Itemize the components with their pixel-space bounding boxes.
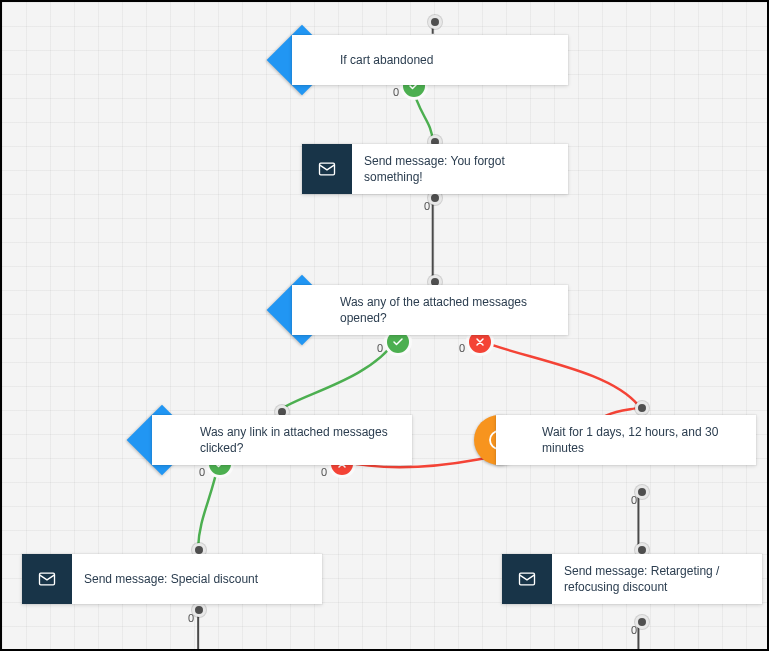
node-action-forgot-something[interactable]: Send message: You forgot something! xyxy=(302,144,568,194)
check-icon xyxy=(392,336,404,348)
x-icon xyxy=(474,336,486,348)
mail-icon xyxy=(317,159,337,179)
edge-count: 0 xyxy=(188,612,194,624)
edge-count: 0 xyxy=(424,200,430,212)
node-action-retargeting-discount[interactable]: Send message: Retargeting / refocusing d… xyxy=(502,554,762,604)
edge-count: 0 xyxy=(321,466,327,478)
mail-icon-wrap xyxy=(22,554,72,604)
node-condition-message-opened[interactable]: Was any of the attached messages opened? xyxy=(292,285,568,335)
edge-count: 0 xyxy=(631,624,637,636)
mail-icon-wrap xyxy=(502,554,552,604)
node-condition-link-clicked[interactable]: Was any link in attached messages clicke… xyxy=(152,415,412,465)
svg-rect-4 xyxy=(520,573,535,585)
svg-rect-0 xyxy=(320,163,335,175)
edge-count: 0 xyxy=(199,466,205,478)
node-label: Was any link in attached messages clicke… xyxy=(188,416,412,464)
endpoint[interactable] xyxy=(635,401,649,415)
node-label: Send message: You forgot something! xyxy=(352,145,568,193)
mail-icon xyxy=(37,569,57,589)
node-condition-cart-abandoned[interactable]: If cart abandoned xyxy=(292,35,568,85)
workflow-canvas[interactable]: 0 0 0 0 0 0 0 0 0 If cart abandoned Send… xyxy=(0,0,769,651)
node-label: Wait for 1 days, 12 hours, and 30 minute… xyxy=(530,416,756,464)
node-wait-delay[interactable]: Wait for 1 days, 12 hours, and 30 minute… xyxy=(496,415,756,465)
endpoint[interactable] xyxy=(192,603,206,617)
edge-count: 0 xyxy=(459,342,465,354)
svg-rect-3 xyxy=(40,573,55,585)
node-label: If cart abandoned xyxy=(328,44,447,76)
node-label: Was any of the attached messages opened? xyxy=(328,286,568,334)
node-action-special-discount[interactable]: Send message: Special discount xyxy=(22,554,322,604)
edge-count: 0 xyxy=(393,86,399,98)
endpoint[interactable] xyxy=(635,485,649,499)
mail-icon-wrap xyxy=(302,144,352,194)
node-label: Send message: Retargeting / refocusing d… xyxy=(552,555,762,603)
endpoint[interactable] xyxy=(635,615,649,629)
node-label: Send message: Special discount xyxy=(72,563,272,595)
edge-count: 0 xyxy=(631,494,637,506)
mail-icon xyxy=(517,569,537,589)
edge-count: 0 xyxy=(377,342,383,354)
start-endpoint[interactable] xyxy=(428,15,442,29)
